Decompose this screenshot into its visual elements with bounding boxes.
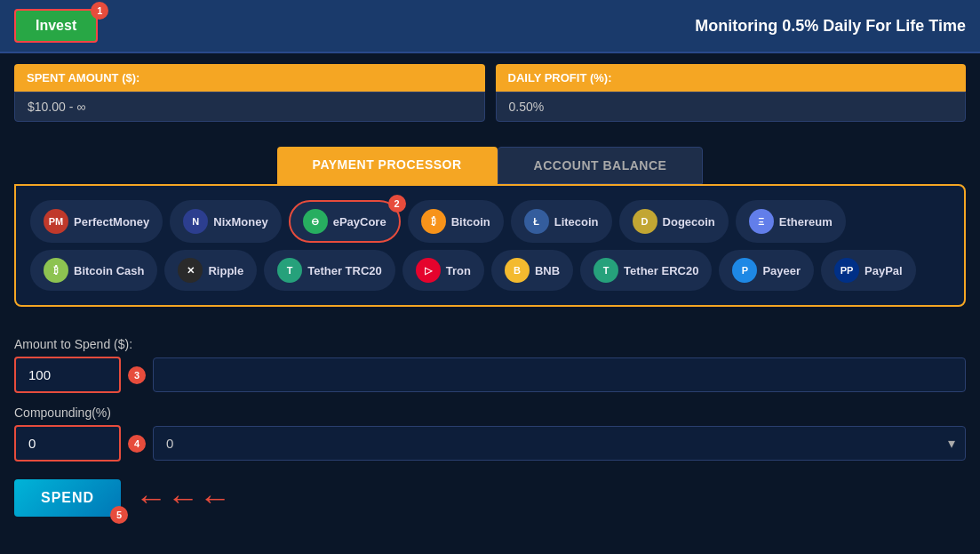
bnb-label: BNB	[535, 264, 560, 277]
trx-icon: ▷	[416, 258, 441, 283]
processor-item-pm[interactable]: PMPerfectMoney	[30, 200, 163, 243]
arrow-right-icon: ←←←	[135, 479, 231, 517]
payeer-label: Payeer	[762, 264, 801, 277]
processor-item-trc[interactable]: TTether TRC20	[264, 250, 395, 291]
compound-badge: 4	[128, 435, 146, 453]
processor-item-epay[interactable]: ⊖ePayCore2	[289, 200, 401, 243]
header-title: Monitoring 0.5% Daily For Life Time	[695, 17, 966, 36]
invest-badge: 1	[91, 2, 108, 20]
spend-badge: 5	[110, 506, 128, 524]
xrp-icon: ✕	[178, 258, 203, 283]
profit-label: DAILY PROFIT (%):	[496, 64, 967, 92]
header: Invest 1 Monitoring 0.5% Daily For Life …	[0, 0, 980, 53]
daily-profit-box: DAILY PROFIT (%): 0.50%	[496, 64, 967, 122]
bch-icon: ₿	[44, 258, 68, 283]
processor-item-trx[interactable]: ▷Tron	[402, 250, 484, 291]
erc-icon: T	[594, 258, 618, 283]
erc-label: Tether ERC20	[624, 264, 698, 277]
doge-icon: D	[633, 209, 657, 234]
trx-label: Tron	[446, 264, 471, 277]
tabs-row: PAYMENT PROCESSOR ACCOUNT BALANCE	[14, 147, 966, 184]
processor-item-eth[interactable]: ΞEthereum	[736, 200, 846, 243]
spend-row: SPEND 5 ←←←	[0, 465, 980, 524]
epay-label: ePayCore	[333, 215, 386, 229]
invest-button[interactable]: Invest	[14, 9, 98, 43]
compound-row: 4 0 10 20 ▾	[14, 425, 966, 462]
spend-button[interactable]: SPEND	[14, 479, 121, 517]
amount-label: Amount to Spend ($):	[14, 337, 966, 351]
processor-item-ltc[interactable]: ŁLitecoin	[511, 200, 612, 243]
bch-label: Bitcoin Cash	[74, 264, 144, 277]
nix-label: NixMoney	[213, 215, 267, 229]
eth-icon: Ξ	[749, 209, 774, 234]
trc-icon: T	[277, 258, 302, 283]
payeer-icon: P	[732, 258, 757, 283]
spent-amount-box: SPENT AMOUNT ($): $10.00 - ∞	[14, 64, 485, 122]
processor-item-xrp[interactable]: ✕Ripple	[164, 250, 257, 291]
tab-account-balance[interactable]: ACCOUNT BALANCE	[498, 147, 704, 184]
eth-label: Ethereum	[779, 215, 833, 229]
stats-row: SPENT AMOUNT ($): $10.00 - ∞ DAILY PROFI…	[0, 53, 980, 132]
ltc-icon: Ł	[524, 209, 549, 234]
processor-item-erc[interactable]: TTether ERC20	[580, 250, 712, 291]
spent-label: SPENT AMOUNT ($):	[14, 64, 485, 92]
bnb-icon: B	[505, 258, 530, 283]
profit-value: 0.50%	[496, 92, 967, 122]
form-section: Amount to Spend ($): 3 Compounding(%) 4 …	[0, 321, 980, 465]
processor-item-payeer[interactable]: PPayeer	[719, 250, 814, 291]
processor-item-doge[interactable]: DDogecoin	[619, 200, 729, 243]
amount-row: 3	[14, 357, 966, 393]
btc-label: Bitcoin	[451, 215, 490, 229]
trc-label: Tether TRC20	[307, 264, 382, 277]
tab-payment-processor[interactable]: PAYMENT PROCESSOR	[277, 147, 498, 184]
spend-button-wrap: SPEND 5	[14, 479, 121, 517]
epay-badge: 2	[388, 195, 406, 213]
paypal-icon: PP	[834, 258, 859, 283]
processor-grid: PMPerfectMoneyNNixMoney⊖ePayCore2₿Bitcoi…	[30, 200, 950, 291]
processor-item-nix[interactable]: NNixMoney	[170, 200, 281, 243]
processor-item-paypal[interactable]: PPPayPal	[821, 250, 916, 291]
ltc-label: Litecoin	[554, 215, 599, 229]
btc-icon: ₿	[421, 209, 446, 234]
compound-input[interactable]	[14, 425, 121, 462]
pm-label: PerfectMoney	[74, 215, 149, 229]
compound-label: Compounding(%)	[14, 405, 966, 420]
epay-icon: ⊖	[303, 209, 328, 234]
pm-icon: PM	[44, 209, 68, 234]
spent-value: $10.00 - ∞	[14, 92, 485, 122]
paypal-label: PayPal	[864, 264, 903, 277]
processor-item-bnb[interactable]: BBNB	[491, 250, 573, 291]
processor-item-bch[interactable]: ₿Bitcoin Cash	[30, 250, 157, 291]
amount-full-input[interactable]	[153, 357, 966, 392]
processor-item-btc[interactable]: ₿Bitcoin	[408, 200, 504, 243]
doge-label: Dogecoin	[663, 215, 715, 229]
nix-icon: N	[183, 209, 208, 234]
processor-box: PMPerfectMoneyNNixMoney⊖ePayCore2₿Bitcoi…	[14, 184, 966, 307]
compound-select[interactable]: 0 10 20	[153, 426, 966, 461]
invest-button-wrap: Invest 1	[14, 9, 98, 43]
xrp-label: Ripple	[208, 264, 243, 277]
amount-badge: 3	[128, 366, 146, 384]
amount-input[interactable]	[14, 357, 121, 393]
